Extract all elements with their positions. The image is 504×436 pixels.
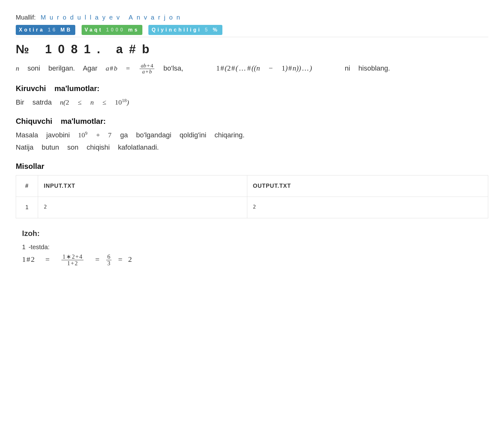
badges-row: Xotira 16 MB Vaqt 1000 ms Qiyinchiligi 5…: [16, 25, 488, 35]
problem-statement: n n soni berilgan. Agar soni berilgan. A…: [16, 61, 488, 75]
input-pre: Bir satrda: [16, 98, 52, 106]
note-block: Izoh: 1 -testda: 1#2 = 1∗2+4 1+2 = 6 3 =…: [16, 228, 488, 267]
output-mod-base: 10: [78, 131, 85, 139]
author-line: Muallif: Murodullayev Anvarjon: [16, 13, 488, 22]
badge-difficulty-value: 5: [205, 27, 209, 32]
badge-time-label: Vaqt: [85, 27, 103, 32]
stmt-def: a#b = ab+4 a+b: [106, 64, 163, 72]
note-calc: 1#2 = 1∗2+4 1+2 = 6 3 = 2: [22, 254, 488, 267]
badge-difficulty-unit: %: [213, 27, 219, 32]
stmt-def-lhs: a#b: [106, 64, 117, 72]
table-row: 1 2 2: [16, 197, 488, 218]
stmt-def-den: a+b: [140, 69, 154, 75]
col-input: INPUT.TXT: [38, 175, 247, 197]
input-low: 2: [66, 98, 69, 106]
note-frac1: 1∗2+4 1+2: [61, 254, 84, 266]
col-idx: #: [16, 175, 38, 197]
stmt-var-n: n: [16, 64, 19, 72]
stmt-mid: bo'lsa,: [163, 64, 183, 72]
cell-input: 2: [38, 197, 247, 218]
divider: [16, 37, 488, 37]
title-number: 1081.: [45, 43, 106, 56]
note-heading: Izoh:: [22, 228, 488, 239]
input-high-base: 10: [115, 98, 122, 106]
badge-difficulty-label: Qiyinchiligi: [152, 27, 201, 32]
output-line2: Natija butun son chiqishi kafolatlanadi.: [16, 143, 159, 151]
stmt-def-frac: ab+4 a+b: [140, 63, 154, 75]
badge-memory: Xotira 16 MB: [16, 25, 75, 35]
cell-output: 2: [247, 197, 488, 218]
input-constraint: n(2 ≤ n ≤ 1018): [60, 98, 129, 106]
input-high-exp: 18: [122, 98, 127, 103]
author-link[interactable]: Murodullayev Anvarjon: [41, 14, 184, 21]
problem-title: № 1081. a#b: [16, 40, 488, 58]
output-mod-exp: 9: [85, 130, 88, 136]
note-result: 2: [128, 255, 132, 263]
stmt-def-num: ab+4: [140, 63, 154, 69]
badge-time-unit: ms: [128, 27, 139, 32]
title-number-prefix: №: [16, 43, 35, 56]
badge-difficulty: Qiyinchiligi 5 %: [148, 25, 222, 35]
output-heading: Chiquvchi ma'lumotlar:: [16, 116, 488, 127]
examples-table: # INPUT.TXT OUTPUT.TXT 1 2 2: [16, 175, 488, 218]
input-heading: Kiruvchi ma'lumotlar:: [16, 83, 488, 94]
equals-sign: =: [125, 64, 139, 72]
output-mod-plus: + 7: [95, 131, 112, 139]
badge-time-value: 1000: [106, 27, 125, 32]
input-body: Bir satrda n(2 ≤ n ≤ 1018): [16, 96, 488, 109]
output-body: Masala javobini 109 + 7 ga bo'lgandagi q…: [16, 129, 488, 154]
stmt-expr: 1#(2#(…#((n − 1)#n))…): [216, 64, 320, 72]
badge-memory-label: Xotira: [19, 27, 44, 32]
table-header-row: # INPUT.TXT OUTPUT.TXT: [16, 175, 488, 197]
badge-time: Vaqt 1000 ms: [82, 25, 142, 35]
output-mod: 109 + 7: [78, 131, 120, 139]
badge-memory-value: 16: [48, 27, 57, 32]
output-post: ga bo'lgandagi qoldig'ini chiqaring.: [120, 131, 244, 139]
cell-idx: 1: [16, 197, 38, 218]
badge-memory-unit: MB: [60, 27, 72, 32]
col-output: OUTPUT.TXT: [247, 175, 488, 197]
examples-heading: Misollar: [16, 161, 488, 172]
author-label: Muallif:: [16, 14, 36, 21]
title-name: a#b: [116, 43, 156, 56]
note-test-label: 1 -testda:: [22, 242, 488, 252]
output-pre: Masala javobini: [16, 131, 70, 139]
note-frac2: 6 3: [106, 254, 112, 266]
